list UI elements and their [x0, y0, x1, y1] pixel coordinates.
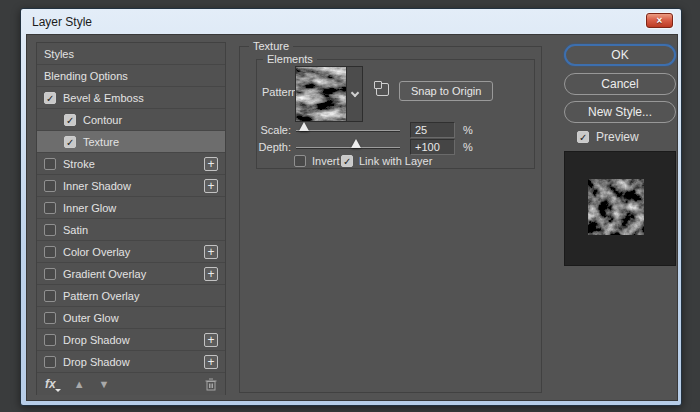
depth-row: Depth: +100 % [257, 139, 534, 155]
sidebar-item-drop-shadow-2[interactable]: Drop Shadow + [37, 351, 225, 373]
scale-label: Scale: [257, 124, 291, 136]
depth-slider-handle[interactable] [351, 139, 361, 148]
snap-to-origin-button[interactable]: Snap to Origin [399, 81, 493, 101]
preview-pattern-image [588, 179, 644, 235]
new-pattern-icon[interactable] [376, 83, 389, 96]
checkbox-icon[interactable] [44, 268, 56, 280]
checkbox-icon[interactable] [64, 114, 76, 126]
checkbox-icon[interactable] [44, 180, 56, 192]
texture-panel: Texture Elements Pattern: [239, 46, 542, 393]
checkbox-icon[interactable] [44, 158, 56, 170]
title-bar[interactable]: Layer Style × [26, 9, 676, 34]
sidebar-item-stroke[interactable]: Stroke + [37, 153, 225, 175]
checkbox-icon[interactable] [341, 155, 353, 167]
add-instance-icon[interactable]: + [204, 245, 218, 259]
checkbox-icon[interactable] [44, 290, 56, 302]
preview-checkbox[interactable]: Preview [577, 130, 639, 144]
scale-row: Scale: 25 % [257, 122, 534, 138]
sidebar-item-drop-shadow-1[interactable]: Drop Shadow + [37, 329, 225, 351]
depth-label: Depth: [257, 141, 291, 153]
sidebar-item-satin[interactable]: Satin [37, 219, 225, 241]
styles-list-footer: fx ▲ ▼ [37, 373, 225, 395]
add-instance-icon[interactable]: + [204, 157, 218, 171]
pattern-picker-dropdown[interactable] [347, 66, 363, 122]
window-title: Layer Style [26, 15, 92, 29]
depth-unit: % [463, 141, 473, 153]
checkbox-icon[interactable] [294, 155, 306, 167]
add-instance-icon[interactable]: + [204, 355, 218, 369]
checkbox-icon[interactable] [44, 312, 56, 324]
checkbox-icon[interactable] [44, 334, 56, 346]
new-style-button[interactable]: New Style... [564, 101, 676, 123]
scale-value-field[interactable]: 25 [410, 122, 455, 138]
action-column: OK Cancel New Style... Preview [564, 35, 676, 400]
add-instance-icon[interactable]: + [204, 333, 218, 347]
elements-group: Elements Pattern: [256, 59, 535, 169]
sidebar-item-inner-glow[interactable]: Inner Glow [37, 197, 225, 219]
sidebar-item-color-overlay[interactable]: Color Overlay + [37, 241, 225, 263]
sidebar-item-bevel-emboss[interactable]: Bevel & Emboss [37, 87, 225, 109]
scale-slider[interactable] [296, 130, 400, 132]
preview-well [564, 151, 676, 266]
fx-menu-icon[interactable]: fx [45, 377, 56, 391]
scale-slider-handle[interactable] [299, 122, 309, 131]
move-up-icon[interactable]: ▲ [74, 379, 85, 390]
link-with-layer-checkbox[interactable]: Link with Layer [341, 155, 432, 167]
add-instance-icon[interactable]: + [204, 179, 218, 193]
delete-effect-icon[interactable] [205, 378, 217, 391]
group-title: Elements [263, 53, 317, 65]
sidebar-item-contour[interactable]: Contour [37, 109, 225, 131]
ok-button[interactable]: OK [564, 44, 676, 66]
cancel-button[interactable]: Cancel [564, 73, 676, 95]
sidebar-item-pattern-overlay[interactable]: Pattern Overlay [37, 285, 225, 307]
depth-slider[interactable] [296, 147, 400, 149]
depth-value-field[interactable]: +100 [410, 139, 455, 155]
chevron-down-icon [350, 88, 358, 96]
layer-style-dialog: Layer Style × Styles Blending Options Be… [20, 8, 682, 406]
sidebar-item-inner-shadow[interactable]: Inner Shadow + [37, 175, 225, 197]
move-down-icon[interactable]: ▼ [99, 379, 110, 390]
invert-checkbox[interactable]: Invert [294, 155, 340, 167]
sidebar-item-styles[interactable]: Styles [37, 43, 225, 65]
sidebar-item-outer-glow[interactable]: Outer Glow [37, 307, 225, 329]
checkbox-icon[interactable] [64, 136, 76, 148]
checkbox-icon[interactable] [44, 202, 56, 214]
styles-list: Styles Blending Options Bevel & Emboss C… [36, 42, 226, 395]
checkbox-icon[interactable] [44, 246, 56, 258]
checkbox-icon[interactable] [44, 92, 56, 104]
sidebar-item-gradient-overlay[interactable]: Gradient Overlay + [37, 263, 225, 285]
dialog-body: Styles Blending Options Bevel & Emboss C… [26, 34, 678, 401]
checkbox-icon[interactable] [44, 356, 56, 368]
scale-unit: % [463, 124, 473, 136]
pattern-thumbnail[interactable] [295, 66, 347, 122]
checkbox-icon[interactable] [577, 131, 589, 143]
sidebar-item-blending-options[interactable]: Blending Options [37, 65, 225, 87]
sidebar-item-texture[interactable]: Texture [37, 131, 225, 153]
close-button[interactable]: × [646, 13, 673, 28]
options-row: Invert Link with Layer [257, 155, 534, 169]
checkbox-icon[interactable] [44, 224, 56, 236]
panel-title: Texture [249, 40, 293, 52]
close-icon: × [657, 16, 663, 26]
add-instance-icon[interactable]: + [204, 267, 218, 281]
